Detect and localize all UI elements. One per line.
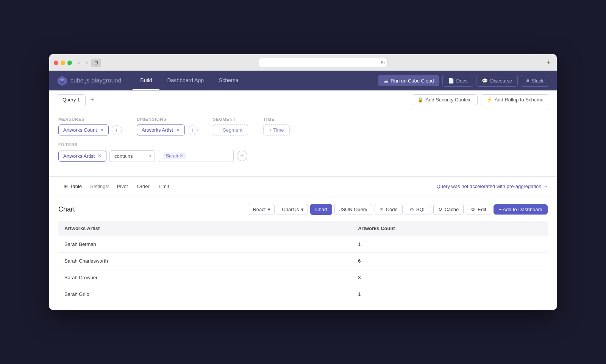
query-bar: Query 1 + 🔒 Add Security Context ⚡ Add R… bbox=[49, 90, 557, 109]
discourse-button[interactable]: 💬 Discourse bbox=[476, 75, 518, 87]
measures-tag-artworks-count[interactable]: Artworks Count ✕ bbox=[58, 124, 109, 135]
edit-icon: ⚙ bbox=[471, 207, 475, 212]
query-measures-section: MEASURES Artworks Count ✕ + DIMENSIONS bbox=[58, 117, 548, 135]
segment-label: SEGMENT bbox=[213, 117, 248, 121]
browser-chrome: ‹ › ⊡ localhost ↻ + bbox=[49, 54, 557, 71]
docs-button[interactable]: 📄 Docs bbox=[442, 75, 473, 87]
view-tab-table[interactable]: ⊞ Table bbox=[58, 181, 87, 191]
traffic-light-maximize[interactable] bbox=[67, 61, 72, 65]
reload-button[interactable]: ↻ bbox=[381, 60, 385, 66]
dimensions-group: DIMENSIONS Artworks Artist ✕ + bbox=[137, 117, 198, 135]
add-to-dashboard-button[interactable]: + Add to Dashboard bbox=[494, 204, 548, 215]
add-query-button[interactable]: + bbox=[87, 94, 97, 105]
security-actions: 🔒 Add Security Context ⚡ Add Rollup to S… bbox=[412, 94, 549, 105]
filters-label: FILTERS bbox=[58, 142, 548, 147]
col-header-count: Artworks Count bbox=[352, 221, 548, 236]
lock-icon: 🔒 bbox=[417, 97, 423, 103]
dimensions-tag-artworks-artist[interactable]: Artworks Artist ✕ bbox=[137, 124, 185, 135]
query-tab-1[interactable]: Query 1 bbox=[57, 94, 86, 105]
header-actions: ☁ Run on Cube Cloud 📄 Docs 💬 Discourse #… bbox=[378, 75, 549, 87]
cubejs-logo-icon bbox=[57, 75, 67, 86]
chart-controls: React ▾ Chart.js ▾ Chart JSON Query ⊡ Co… bbox=[248, 204, 548, 215]
data-table: Artworks Artist Artworks Count Sarah Ber… bbox=[58, 221, 548, 302]
add-security-context-button[interactable]: 🔒 Add Security Context bbox=[412, 94, 478, 105]
code-button[interactable]: ⊡ Code bbox=[375, 204, 403, 215]
dimensions-row: Artworks Artist ✕ + bbox=[137, 124, 198, 135]
framework-dropdown[interactable]: React ▾ bbox=[248, 204, 275, 215]
forward-button[interactable]: › bbox=[84, 59, 90, 67]
address-bar[interactable]: localhost bbox=[259, 58, 387, 67]
chart-view-button[interactable]: Chart bbox=[310, 204, 332, 215]
code-icon: ⊡ bbox=[380, 207, 384, 212]
library-dropdown[interactable]: Chart.js ▾ bbox=[277, 204, 308, 215]
filter-values[interactable]: Sarah ✕ bbox=[158, 150, 234, 162]
discourse-icon: 💬 bbox=[482, 78, 488, 84]
table-body: Sarah Berman 1 Sarah Charlesworth 6 Sara… bbox=[58, 236, 548, 303]
pivot-button[interactable]: Pivot bbox=[112, 181, 133, 191]
table-row: Sarah Berman 1 bbox=[58, 236, 548, 253]
filter-operator-wrapper: contains equals not contains starts with… bbox=[109, 150, 155, 162]
count-cell: 3 bbox=[352, 269, 548, 286]
limit-button[interactable]: Limit bbox=[154, 181, 173, 191]
filter-value-tag: Sarah ✕ bbox=[163, 152, 186, 159]
count-cell: 1 bbox=[352, 236, 548, 253]
app-header: cube.js playground Build Dashboard App S… bbox=[49, 71, 557, 90]
table-icon: ⊞ bbox=[64, 184, 68, 189]
time-group: TIME + Time bbox=[263, 117, 289, 135]
measures-label: MEASURES bbox=[58, 117, 122, 121]
query-tabs: Query 1 + bbox=[57, 94, 97, 105]
view-controls: ⊞ Table Settings: Pivot Order Limit Quer… bbox=[49, 177, 557, 196]
sql-button[interactable]: ⊙ SQL bbox=[405, 204, 431, 215]
nav-tab-schema[interactable]: Schema bbox=[211, 71, 246, 90]
table-row: Sarah Crowner 3 bbox=[58, 269, 548, 286]
table-header-row: Artworks Artist Artworks Count bbox=[58, 221, 548, 236]
run-cloud-button[interactable]: ☁ Run on Cube Cloud bbox=[378, 75, 439, 86]
segment-group: SEGMENT + Segment bbox=[213, 117, 248, 135]
cache-button[interactable]: ↻ Cache bbox=[433, 204, 464, 215]
view-tabs-group: ⊞ Table Settings: Pivot Order Limit bbox=[58, 181, 173, 191]
measures-remove-icon[interactable]: ✕ bbox=[100, 128, 104, 133]
pre-aggregation-link[interactable]: Query was not accelerated with pre-aggre… bbox=[437, 184, 548, 189]
json-query-button[interactable]: JSON Query bbox=[334, 204, 372, 215]
slack-button[interactable]: # Slack bbox=[521, 75, 549, 87]
measures-group: MEASURES Artworks Count ✕ + bbox=[58, 117, 122, 135]
edit-button[interactable]: ⚙ Edit bbox=[466, 204, 491, 215]
order-button[interactable]: Order bbox=[133, 181, 154, 191]
filter-row: Artworks Artist ✕ contains equals not co… bbox=[58, 150, 548, 162]
nav-tab-dashboard[interactable]: Dashboard App bbox=[159, 71, 211, 90]
traffic-light-close[interactable] bbox=[54, 61, 58, 65]
settings-label: Settings: bbox=[90, 184, 109, 189]
measures-row: Artworks Count ✕ + bbox=[58, 124, 122, 135]
filter-field-tag[interactable]: Artworks Artist ✕ bbox=[58, 151, 106, 162]
bolt-icon: ⚡ bbox=[486, 97, 492, 103]
col-header-artist: Artworks Artist bbox=[58, 221, 352, 236]
new-tab-button[interactable]: + bbox=[545, 59, 552, 67]
filter-value-remove-icon[interactable]: ✕ bbox=[180, 153, 183, 159]
add-rollup-button[interactable]: ⚡ Add Rollup to Schema bbox=[481, 94, 549, 105]
table-row: Sarah Grilo 1 bbox=[58, 286, 548, 303]
filters-section: FILTERS Artworks Artist ✕ contains equal… bbox=[58, 142, 548, 162]
add-time-button[interactable]: + Time bbox=[263, 124, 289, 135]
traffic-lights bbox=[54, 61, 72, 65]
time-row: + Time bbox=[263, 124, 289, 135]
filter-operator-select[interactable]: contains equals not contains starts with… bbox=[109, 150, 155, 162]
artist-cell: Sarah Crowner bbox=[58, 269, 352, 286]
slack-icon: # bbox=[526, 78, 529, 84]
filter-field-remove-icon[interactable]: ✕ bbox=[98, 153, 102, 159]
segment-row: + Segment bbox=[213, 124, 248, 135]
table-row: Sarah Charlesworth 6 bbox=[58, 253, 548, 269]
tab-view-button[interactable]: ⊡ bbox=[91, 59, 101, 67]
cache-icon: ↻ bbox=[438, 207, 442, 212]
count-cell: 6 bbox=[352, 253, 548, 269]
nav-tab-build[interactable]: Build bbox=[133, 71, 159, 90]
add-segment-button[interactable]: + Segment bbox=[213, 124, 248, 135]
add-measure-button[interactable]: + bbox=[112, 125, 122, 135]
add-filter-button[interactable]: + bbox=[237, 151, 247, 161]
traffic-light-minimize[interactable] bbox=[61, 61, 65, 65]
add-dimension-button[interactable]: + bbox=[188, 125, 198, 135]
dimensions-remove-icon[interactable]: ✕ bbox=[176, 128, 180, 133]
table-header: Artworks Artist Artworks Count bbox=[58, 221, 548, 236]
query-builder: MEASURES Artworks Count ✕ + DIMENSIONS bbox=[49, 109, 557, 177]
back-button[interactable]: ‹ bbox=[76, 59, 82, 67]
dimensions-tag-label: Artworks Artist bbox=[142, 127, 173, 133]
